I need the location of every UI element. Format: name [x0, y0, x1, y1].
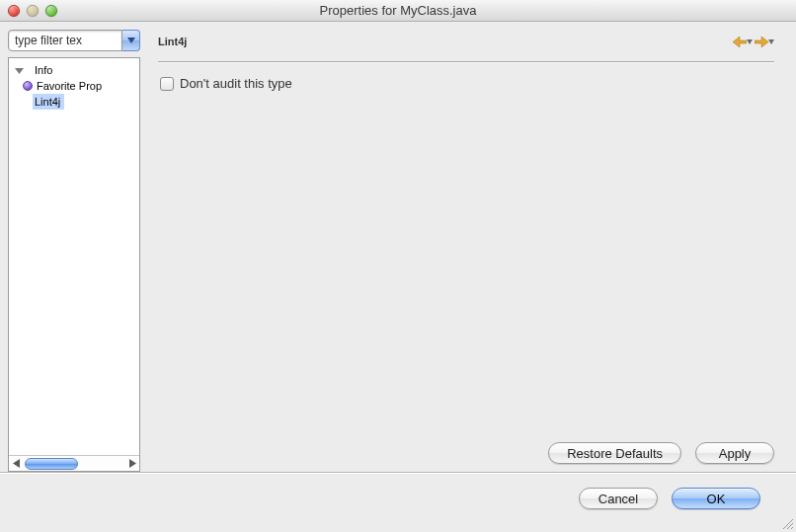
dont-audit-checkbox[interactable]: [160, 77, 174, 91]
ok-button[interactable]: OK: [672, 488, 760, 509]
dialog-footer: Cancel OK: [0, 473, 796, 524]
traffic-lights: [0, 5, 57, 17]
tree-body: Info Favorite Prop Lint4j: [9, 58, 139, 455]
zoom-window-button[interactable]: [45, 5, 57, 17]
tree-item-label: Info: [25, 62, 52, 78]
header-divider: [158, 61, 774, 62]
scroll-right-arrow-icon[interactable]: [125, 457, 139, 471]
apply-button[interactable]: Apply: [695, 442, 774, 464]
audit-checkbox-row: Don't audit this type: [158, 76, 774, 91]
property-page-title: Lint4j: [158, 36, 187, 47]
tree-item-lint4j[interactable]: Lint4j: [9, 94, 139, 110]
filter-dropdown-button[interactable]: [122, 30, 140, 51]
chevron-down-icon: [768, 39, 774, 44]
dont-audit-label: Don't audit this type: [180, 76, 292, 91]
nav-tree[interactable]: Info Favorite Prop Lint4j: [8, 57, 140, 472]
disclosure-triangle-icon[interactable]: [13, 66, 25, 75]
scroll-left-arrow-icon[interactable]: [9, 457, 23, 471]
window-title: Properties for MyClass.java: [0, 3, 796, 18]
spacer: [158, 91, 774, 442]
restore-defaults-button[interactable]: Restore Defaults: [548, 442, 681, 464]
property-page-header: Lint4j: [158, 32, 774, 51]
chevron-down-icon: [127, 38, 135, 43]
chevron-down-icon: [747, 39, 753, 44]
tree-item-info[interactable]: Info: [9, 62, 139, 78]
tree-item-favorite-prop[interactable]: Favorite Prop: [9, 78, 139, 94]
history-nav: [733, 37, 774, 47]
dialog-content: Info Favorite Prop Lint4j: [0, 22, 796, 472]
scrollbar-track[interactable]: [23, 457, 125, 471]
svg-line-2: [791, 527, 793, 529]
tree-item-label: Favorite Prop: [35, 78, 102, 94]
horizontal-scrollbar[interactable]: [9, 455, 139, 471]
close-window-button[interactable]: [8, 5, 20, 17]
property-page: Lint4j Don't audit this type: [148, 30, 788, 472]
forward-button[interactable]: [755, 37, 774, 47]
back-button[interactable]: [733, 37, 753, 47]
resize-grip-icon[interactable]: [780, 516, 794, 530]
minimize-window-button[interactable]: [27, 5, 39, 17]
filter-row: [8, 30, 140, 51]
window-titlebar: Properties for MyClass.java: [0, 0, 796, 22]
nav-pane: Info Favorite Prop Lint4j: [8, 30, 140, 472]
plugin-icon: [21, 79, 35, 93]
scrollbar-thumb[interactable]: [25, 458, 78, 470]
cancel-button[interactable]: Cancel: [579, 488, 658, 509]
tree-item-label: Lint4j: [33, 94, 64, 110]
arrow-right-icon: [755, 37, 768, 47]
filter-input[interactable]: [8, 30, 122, 51]
arrow-left-icon: [733, 37, 747, 47]
page-button-row: Restore Defaults Apply: [158, 442, 774, 472]
